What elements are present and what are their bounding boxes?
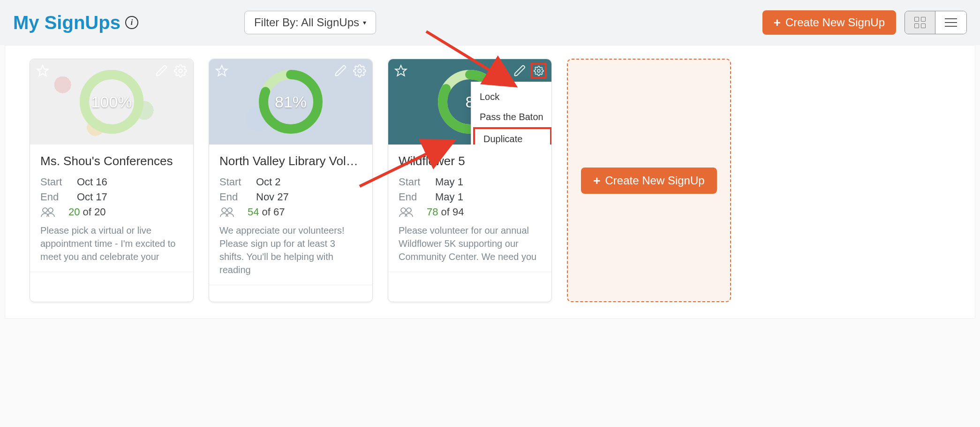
card-header: 100% xyxy=(30,59,193,145)
gear-icon[interactable] xyxy=(173,63,188,79)
progress-percent: 81% xyxy=(256,67,326,137)
end-label: End xyxy=(219,191,256,203)
count-total: of 20 xyxy=(80,206,106,218)
header-bar: My SignUps i Filter By: All SignUps ▾ + … xyxy=(0,0,980,45)
menu-item-pass-baton[interactable]: Pass the Baton xyxy=(471,107,551,127)
gear-icon[interactable] xyxy=(352,63,368,79)
list-icon xyxy=(945,18,957,27)
count-current: 78 xyxy=(427,206,438,218)
svg-marker-0 xyxy=(37,65,48,76)
svg-marker-12 xyxy=(395,65,406,76)
start-val: Oct 2 xyxy=(256,176,281,188)
create-label: Create New SignUp xyxy=(785,16,885,29)
chevron-down-icon: ▾ xyxy=(363,19,366,26)
end-label: End xyxy=(40,191,77,203)
signup-card[interactable]: 81% North Valley Library Volu... Start O… xyxy=(209,59,373,302)
start-label: Start xyxy=(219,176,256,188)
card-header: 8 Lock Pass the Baton Duplicate Reset (b… xyxy=(388,59,551,145)
card-title: Ms. Shou's Conferences xyxy=(40,154,183,168)
start-label: Start xyxy=(40,176,77,188)
count-total: of 94 xyxy=(438,206,464,218)
grid-icon xyxy=(914,17,926,28)
edit-icon[interactable] xyxy=(512,63,528,79)
annotation-highlight: Duplicate Reset (beta) xyxy=(473,127,551,145)
create-signup-button-card[interactable]: + Create New SignUp xyxy=(581,168,716,194)
star-icon[interactable] xyxy=(393,63,409,79)
signup-card[interactable]: 100% Ms. Shou's Conferences Start Oct 16… xyxy=(30,59,194,302)
list-view-button[interactable] xyxy=(935,11,966,34)
people-icon xyxy=(40,206,68,218)
svg-point-16 xyxy=(401,208,406,213)
svg-point-17 xyxy=(407,208,411,213)
count-current: 20 xyxy=(68,206,80,218)
edit-icon[interactable] xyxy=(333,63,349,79)
star-icon[interactable] xyxy=(214,63,230,79)
svg-point-11 xyxy=(227,208,232,213)
filter-dropdown[interactable]: Filter By: All SignUps ▾ xyxy=(244,11,376,34)
svg-point-4 xyxy=(43,208,47,213)
start-val: May 1 xyxy=(435,176,463,188)
count-total: of 67 xyxy=(259,206,285,218)
card-footer xyxy=(30,272,193,289)
info-icon[interactable]: i xyxy=(125,16,138,29)
progress-ring: 81% xyxy=(256,67,326,137)
people-icon xyxy=(219,206,248,218)
svg-point-10 xyxy=(222,208,226,213)
card-desc: Please volunteer for our annual Wildflow… xyxy=(399,224,541,263)
svg-point-13 xyxy=(537,69,540,72)
filter-label: Filter By: All SignUps xyxy=(254,16,359,29)
end-label: End xyxy=(399,191,435,203)
gear-icon[interactable] xyxy=(531,63,547,79)
progress-percent: 100% xyxy=(76,67,147,137)
grid-view-button[interactable] xyxy=(905,11,935,34)
card-footer xyxy=(388,272,551,289)
svg-point-1 xyxy=(179,69,182,72)
menu-item-lock[interactable]: Lock xyxy=(471,87,551,107)
people-icon xyxy=(399,206,427,218)
card-footer xyxy=(209,285,372,302)
svg-point-7 xyxy=(358,69,361,72)
menu-item-duplicate[interactable]: Duplicate xyxy=(475,129,550,145)
end-val: Nov 27 xyxy=(256,191,289,203)
gear-dropdown-menu: Lock Pass the Baton Duplicate Reset (bet… xyxy=(471,82,551,145)
cards-row: 100% Ms. Shou's Conferences Start Oct 16… xyxy=(5,45,975,319)
page-title-text: My SignUps xyxy=(13,12,121,33)
start-val: Oct 16 xyxy=(77,176,107,188)
view-toggle xyxy=(905,11,967,34)
start-label: Start xyxy=(399,176,435,188)
card-title: North Valley Library Volu... xyxy=(219,154,362,168)
plus-icon: + xyxy=(774,16,781,29)
card-desc: Please pick a virtual or live appointmen… xyxy=(40,224,183,263)
svg-point-5 xyxy=(48,208,53,213)
svg-marker-6 xyxy=(216,65,227,76)
star-icon[interactable] xyxy=(35,63,51,79)
plus-icon: + xyxy=(593,175,600,187)
progress-ring: 100% xyxy=(76,67,147,137)
page-title: My SignUps i xyxy=(13,12,138,33)
count-current: 54 xyxy=(248,206,259,218)
end-val: May 1 xyxy=(435,191,463,203)
signup-card[interactable]: 8 Lock Pass the Baton Duplicate Reset (b… xyxy=(388,59,552,302)
edit-icon[interactable] xyxy=(154,63,170,79)
new-signup-card[interactable]: + Create New SignUp xyxy=(567,59,731,302)
create-label: Create New SignUp xyxy=(605,174,705,187)
card-header: 81% xyxy=(209,59,372,145)
card-title: Wildflower 5 xyxy=(399,154,541,168)
card-desc: We appreciate our volunteers! Please sig… xyxy=(219,224,362,276)
end-val: Oct 17 xyxy=(77,191,107,203)
create-signup-button[interactable]: + Create New SignUp xyxy=(762,10,896,35)
